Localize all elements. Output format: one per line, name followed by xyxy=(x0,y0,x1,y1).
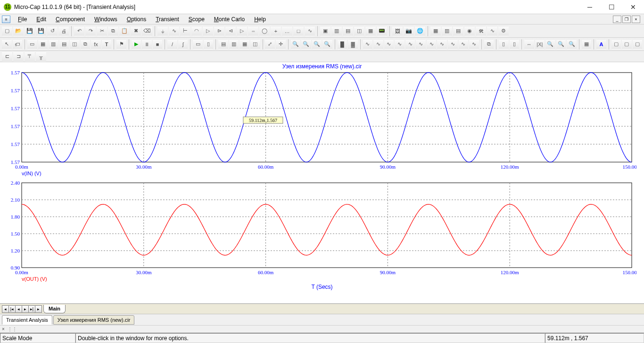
mdi-close-button[interactable]: × xyxy=(632,16,640,23)
inductor-icon[interactable]: ◠ xyxy=(191,26,202,36)
revert-icon[interactable]: ↺ xyxy=(47,26,58,36)
layout2-icon[interactable]: ▥ xyxy=(331,26,342,36)
menu-transient[interactable]: Transient xyxy=(151,15,184,24)
m2-icon[interactable]: ∿ xyxy=(373,39,383,49)
l3-icon[interactable]: ▦ xyxy=(239,39,249,49)
close-button[interactable]: ✕ xyxy=(622,0,644,14)
paste-icon[interactable]: 📋 xyxy=(119,26,130,36)
m3-icon[interactable]: ∿ xyxy=(384,39,394,49)
tab-main[interactable]: Main xyxy=(43,305,66,313)
camera-icon[interactable]: 📷 xyxy=(404,26,414,36)
mdi-minimize-button[interactable]: _ xyxy=(613,16,621,23)
clear-icon[interactable]: ⌫ xyxy=(142,26,152,36)
cursor-icon[interactable]: ✛ xyxy=(276,39,286,49)
run-icon[interactable]: ▶ xyxy=(132,39,141,49)
pnp-icon[interactable]: ⊲ xyxy=(225,26,236,36)
scale2-icon[interactable]: |X| xyxy=(535,39,545,49)
menu-montecarlo[interactable]: Monte Carlo xyxy=(209,15,249,24)
l4-icon[interactable]: ◫ xyxy=(250,39,260,49)
menu-edit[interactable]: Edit xyxy=(32,15,51,24)
norm2-icon[interactable]: ▓ xyxy=(348,39,358,49)
delete-icon[interactable]: ✖ xyxy=(131,26,141,36)
opts1-icon[interactable]: ▤ xyxy=(453,26,463,36)
print-icon[interactable]: 🖨 xyxy=(58,26,69,36)
app-menu-icon[interactable]: ≡ xyxy=(2,16,10,23)
flag-icon[interactable]: ⚑ xyxy=(116,39,126,49)
grid-icon[interactable]: ▦ xyxy=(38,39,48,49)
seg2-icon[interactable]: ⊐ xyxy=(13,51,24,62)
m1-icon[interactable]: ∿ xyxy=(363,39,373,49)
menu-grid-icon[interactable]: ▦ xyxy=(582,39,592,49)
layout3-icon[interactable]: ▤ xyxy=(343,26,353,36)
zo-icon[interactable]: 🔍 xyxy=(556,39,566,49)
z2-icon[interactable]: 🔍 xyxy=(301,39,311,49)
save2-icon[interactable]: 💾 xyxy=(36,26,46,36)
norm-icon[interactable]: █ xyxy=(338,39,347,49)
img1-icon[interactable]: 🖼 xyxy=(392,26,403,36)
c1-icon[interactable]: ▢ xyxy=(611,39,621,49)
nav-back-icon[interactable]: ◂ xyxy=(15,305,22,313)
resistor-icon[interactable]: ∿ xyxy=(169,26,179,36)
vsrc-icon[interactable]: + xyxy=(271,26,281,36)
isource-icon[interactable]: ◯ xyxy=(259,26,270,36)
menu-component[interactable]: Component xyxy=(51,15,90,24)
menu-windows[interactable]: Windows xyxy=(90,15,122,24)
plot3-icon[interactable]: ◫ xyxy=(70,39,80,49)
m9-icon[interactable]: ∿ xyxy=(448,39,458,49)
fx-icon[interactable]: fx xyxy=(91,39,101,49)
m11-icon[interactable]: ∿ xyxy=(469,39,479,49)
seg3-icon[interactable]: 〒 xyxy=(25,51,35,62)
stop-icon[interactable]: ■ xyxy=(153,39,163,49)
diode-icon[interactable]: ▷ xyxy=(203,26,213,36)
nav-fwd-icon[interactable]: ▸ xyxy=(22,305,29,313)
layout5-icon[interactable]: ▦ xyxy=(365,26,376,36)
lin1-icon[interactable]: / xyxy=(167,39,177,49)
chart-vout[interactable]: 0.00m30.00m60.00m90.00m120.00m150.00m0.9… xyxy=(5,180,636,284)
zr-icon[interactable]: 🔍 xyxy=(567,39,577,49)
mdi-restore-button[interactable]: ❐ xyxy=(622,16,631,23)
rect-icon[interactable]: ▭ xyxy=(193,39,203,49)
seg1-icon[interactable]: ⊏ xyxy=(2,51,12,62)
maximize-button[interactable]: ☐ xyxy=(601,0,622,14)
c3-icon[interactable]: ▢ xyxy=(633,39,643,49)
more-comp-icon[interactable]: … xyxy=(282,26,292,36)
l2-icon[interactable]: ▥ xyxy=(229,39,239,49)
cut-icon[interactable]: ✂ xyxy=(97,26,107,36)
battery-icon[interactable]: ⎓ xyxy=(248,26,258,36)
aux-handle-icon[interactable]: ⋮⋮ xyxy=(8,327,17,332)
l1-icon[interactable]: ▤ xyxy=(218,39,228,49)
calc-icon[interactable]: 📟 xyxy=(377,26,387,36)
t-icon[interactable]: ▦ xyxy=(430,26,441,36)
undo-icon[interactable]: ↶ xyxy=(74,26,84,36)
plot4-icon[interactable]: ⧉ xyxy=(81,39,91,49)
win2-icon[interactable]: ▯ xyxy=(510,39,520,49)
nav-prev-icon[interactable]: |◂ xyxy=(8,305,16,313)
open-icon[interactable]: 📂 xyxy=(13,26,24,36)
tab-transient[interactable]: Transient Analysis xyxy=(2,315,52,325)
z4-icon[interactable]: 🔍 xyxy=(322,39,332,49)
log1-icon[interactable]: ∫ xyxy=(178,39,188,49)
plot-area[interactable]: Узел измерения RMS (new).cir 0.00m30.00m… xyxy=(0,62,644,314)
m4-icon[interactable]: ∿ xyxy=(395,39,405,49)
tag-icon[interactable]: 🏷 xyxy=(13,39,23,49)
seg4-icon[interactable]: ╥ xyxy=(36,51,46,62)
m6-icon[interactable]: ∿ xyxy=(416,39,426,49)
layout1-icon[interactable]: ▣ xyxy=(320,26,330,36)
new-icon[interactable]: ▢ xyxy=(2,26,12,36)
nav-next-icon[interactable]: ▸| xyxy=(28,305,35,313)
text-icon[interactable]: T xyxy=(102,39,112,49)
layout4-icon[interactable]: ◫ xyxy=(354,26,364,36)
m8-icon[interactable]: ∿ xyxy=(437,39,447,49)
menu-options[interactable]: Options xyxy=(122,15,151,24)
plot2-icon[interactable]: ▤ xyxy=(59,39,69,49)
m5-icon[interactable]: ∿ xyxy=(405,39,415,49)
z3-icon[interactable]: 🔍 xyxy=(312,39,322,49)
c2-icon[interactable]: ▢ xyxy=(622,39,632,49)
menu-help[interactable]: Help xyxy=(249,15,271,24)
plot1-icon[interactable]: ▥ xyxy=(49,39,58,49)
cap-icon[interactable]: ⊢ xyxy=(180,26,190,36)
dial-icon[interactable]: ◉ xyxy=(464,26,475,36)
sine2-icon[interactable]: ∿ xyxy=(487,26,497,36)
pause-icon[interactable]: ⏸ xyxy=(142,39,152,49)
zi-icon[interactable]: 🔍 xyxy=(545,39,555,49)
